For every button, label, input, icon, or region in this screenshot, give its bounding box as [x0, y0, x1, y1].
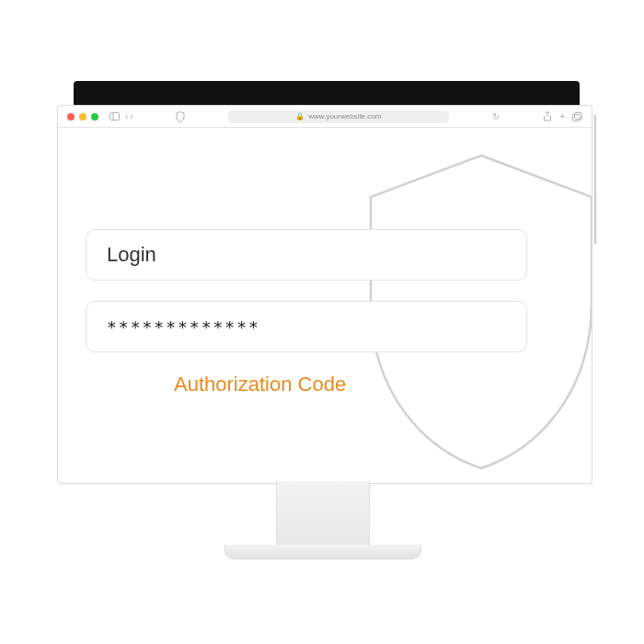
- authorization-code-link[interactable]: Authorization Code: [86, 373, 527, 397]
- browser-window: ‹ › 🔒 www.yourwebsite.com ↻ + Login: [57, 105, 592, 484]
- svg-rect-3: [575, 112, 582, 119]
- plus-icon[interactable]: +: [559, 111, 565, 121]
- share-icon[interactable]: [543, 111, 552, 121]
- address-bar[interactable]: 🔒 www.yourwebsite.com: [228, 110, 449, 123]
- tabs-icon[interactable]: [572, 111, 582, 121]
- maximize-window-button[interactable]: [91, 113, 98, 121]
- chevron-right-icon[interactable]: ›: [130, 111, 132, 121]
- window-controls: [67, 113, 98, 121]
- shield-icon[interactable]: [176, 111, 185, 122]
- login-form: Login ************* Authorization Code: [86, 229, 527, 397]
- close-window-button[interactable]: [67, 113, 75, 121]
- chevron-left-icon[interactable]: ‹: [125, 111, 128, 121]
- url-text: www.yourwebsite.com: [308, 112, 381, 121]
- monitor-stand: [276, 481, 370, 547]
- login-input[interactable]: Login: [86, 229, 527, 281]
- monitor-base: [224, 545, 421, 559]
- sidebar-icon[interactable]: [109, 112, 120, 121]
- minimize-window-button[interactable]: [79, 113, 86, 121]
- page-content: Login ************* Authorization Code: [58, 128, 592, 483]
- password-input[interactable]: *************: [86, 301, 527, 352]
- lock-icon: 🔒: [295, 112, 305, 121]
- svg-rect-0: [110, 113, 120, 121]
- browser-toolbar: ‹ › 🔒 www.yourwebsite.com ↻ +: [58, 106, 592, 128]
- refresh-icon[interactable]: ↻: [492, 111, 500, 121]
- svg-rect-2: [573, 114, 581, 121]
